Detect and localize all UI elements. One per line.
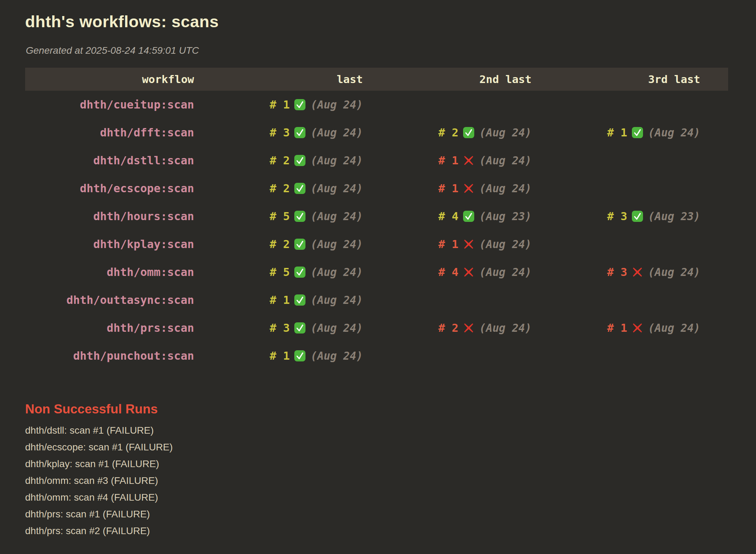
- run-number: # 1: [270, 98, 290, 111]
- run-cell: # 5(Aug 24): [222, 258, 391, 286]
- run-number: # 1: [607, 321, 627, 335]
- run-number: # 3: [607, 265, 627, 279]
- x-icon: [463, 238, 475, 250]
- table-row: dhth/outtasync:scan# 1(Aug 24): [25, 286, 728, 314]
- check-icon: [294, 322, 306, 334]
- run-number: # 1: [270, 349, 290, 362]
- column-header-last: last: [222, 68, 391, 91]
- run-number: # 3: [607, 210, 627, 223]
- run-cell: # 1(Aug 24): [559, 119, 728, 147]
- run-date: (Aug 24): [311, 154, 363, 167]
- column-header-workflow: workflow: [25, 68, 222, 91]
- run-date: (Aug 23): [648, 210, 700, 223]
- run-date: (Aug 24): [311, 266, 363, 278]
- run-entry: # 3(Aug 24): [270, 321, 363, 335]
- run-entry: # 2(Aug 24): [270, 182, 363, 195]
- workflow-name: dhth/cueitup:scan: [25, 91, 222, 119]
- run-number: # 2: [438, 321, 459, 335]
- x-icon: [463, 266, 475, 278]
- generated-timestamp: Generated at 2025-08-24 14:59:01 UTC: [26, 45, 728, 56]
- run-number: # 5: [270, 210, 290, 223]
- page-title: dhth's workflows: scans: [25, 12, 728, 31]
- run-cell: [559, 342, 728, 370]
- run-cell: # 3(Aug 24): [559, 258, 728, 286]
- run-cell: # 5(Aug 24): [222, 202, 391, 230]
- run-date: (Aug 24): [479, 322, 531, 334]
- check-icon: [294, 266, 306, 278]
- run-cell: # 1(Aug 24): [559, 314, 728, 342]
- run-number: # 4: [438, 265, 459, 279]
- run-number: # 5: [270, 265, 290, 279]
- run-cell: # 1(Aug 24): [222, 286, 391, 314]
- run-number: # 2: [270, 182, 290, 195]
- run-date: (Aug 24): [479, 154, 531, 167]
- run-number: # 3: [270, 126, 290, 139]
- workflow-table-header: workflow last 2nd last 3rd last: [25, 68, 728, 91]
- run-date: (Aug 24): [479, 182, 531, 195]
- check-icon: [632, 127, 643, 138]
- run-cell: # 2(Aug 24): [391, 314, 559, 342]
- check-icon: [463, 127, 475, 138]
- run-cell: # 1(Aug 24): [222, 342, 391, 370]
- run-entry: # 3(Aug 24): [270, 126, 363, 139]
- run-entry: # 3(Aug 23): [607, 210, 700, 223]
- failure-list-item: dhth/omm: scan #4 (FAILURE): [25, 489, 728, 506]
- run-date: (Aug 24): [311, 98, 363, 111]
- run-date: (Aug 24): [648, 322, 700, 334]
- run-entry: # 5(Aug 24): [270, 265, 363, 279]
- workflow-table-body: dhth/cueitup:scan# 1(Aug 24)dhth/dfft:sc…: [25, 91, 728, 370]
- run-cell: [391, 342, 559, 370]
- run-entry: # 1(Aug 24): [438, 238, 531, 251]
- table-row: dhth/hours:scan# 5(Aug 24)# 4(Aug 23)# 3…: [25, 202, 728, 230]
- check-icon: [294, 294, 306, 306]
- run-cell: # 1(Aug 24): [222, 91, 391, 119]
- failure-list-item: dhth/ecscope: scan #1 (FAILURE): [25, 439, 728, 456]
- failure-list-item: dhth/prs: scan #1 (FAILURE): [25, 506, 728, 523]
- failure-list-item: dhth/kplay: scan #1 (FAILURE): [25, 456, 728, 472]
- run-entry: # 5(Aug 24): [270, 210, 363, 223]
- run-date: (Aug 24): [311, 322, 363, 334]
- workflow-name: dhth/hours:scan: [25, 202, 222, 230]
- run-cell: # 2(Aug 24): [222, 230, 391, 258]
- run-date: (Aug 24): [311, 210, 363, 223]
- failure-list-item: dhth/prs: scan #2 (FAILURE): [25, 523, 728, 539]
- check-icon: [294, 182, 306, 194]
- check-icon: [463, 210, 475, 222]
- run-cell: [391, 286, 559, 314]
- run-cell: [559, 147, 728, 174]
- run-cell: [559, 230, 728, 258]
- workflow-name: dhth/ecscope:scan: [25, 174, 222, 202]
- x-icon: [632, 266, 643, 278]
- run-entry: # 4(Aug 24): [438, 265, 531, 279]
- run-number: # 2: [270, 238, 290, 251]
- failure-list-item: dhth/omm: scan #3 (FAILURE): [25, 472, 728, 489]
- table-row: dhth/kplay:scan# 2(Aug 24)# 1(Aug 24): [25, 230, 728, 258]
- run-cell: # 1(Aug 24): [391, 174, 559, 202]
- run-cell: # 1(Aug 24): [391, 230, 559, 258]
- check-icon: [632, 210, 643, 222]
- check-icon: [294, 238, 306, 250]
- run-entry: # 2(Aug 24): [270, 154, 363, 167]
- workflow-name: dhth/dfft:scan: [25, 119, 222, 147]
- x-icon: [632, 322, 643, 334]
- run-date: (Aug 24): [648, 266, 700, 278]
- run-number: # 1: [607, 126, 627, 139]
- run-entry: # 1(Aug 24): [270, 349, 363, 362]
- table-row: dhth/dfft:scan# 3(Aug 24)# 2(Aug 24)# 1(…: [25, 119, 728, 147]
- run-date: (Aug 24): [311, 294, 363, 306]
- run-cell: # 3(Aug 24): [222, 314, 391, 342]
- check-icon: [294, 350, 306, 362]
- run-date: (Aug 24): [479, 266, 531, 278]
- run-entry: # 2(Aug 24): [438, 321, 531, 335]
- run-date: (Aug 23): [479, 210, 531, 223]
- run-number: # 4: [438, 210, 459, 223]
- run-cell: [559, 91, 728, 119]
- run-date: (Aug 24): [311, 238, 363, 250]
- header-row: workflow last 2nd last 3rd last: [25, 68, 728, 91]
- run-cell: [559, 174, 728, 202]
- run-date: (Aug 24): [648, 126, 700, 139]
- check-icon: [294, 210, 306, 222]
- table-row: dhth/cueitup:scan# 1(Aug 24): [25, 91, 728, 119]
- table-row: dhth/prs:scan# 3(Aug 24)# 2(Aug 24)# 1(A…: [25, 314, 728, 342]
- run-number: # 3: [270, 321, 290, 335]
